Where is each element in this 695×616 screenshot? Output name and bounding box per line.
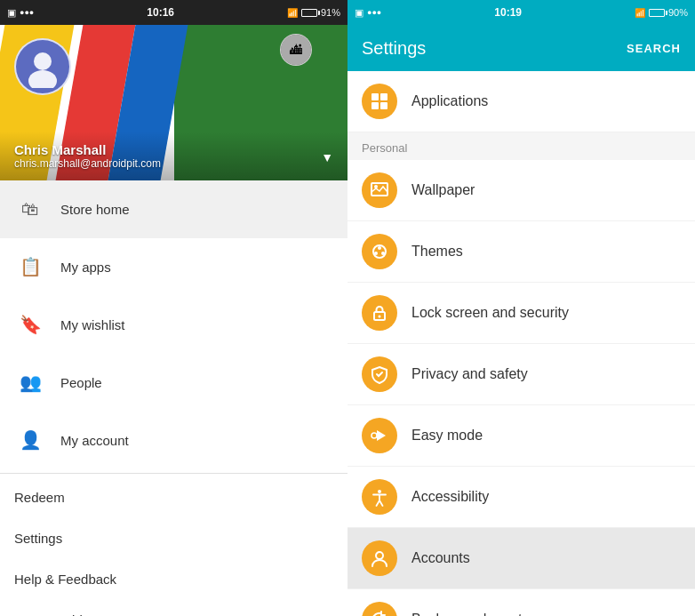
svg-rect-4 [371,102,379,109]
signal-indicator-right: ●●● [367,8,381,17]
text-item-settings[interactable]: Settings [0,518,348,559]
nav-icon-people: 👥 [14,366,46,398]
text-label-redeem: Redeem [14,490,65,505]
settings-title: Settings [362,38,426,59]
nav-icon-store-home: 🛍 [14,193,46,225]
small-avatar: 🏙 [280,34,312,66]
settings-icon-themes [362,234,397,269]
status-right-icons-right: 📶 90% [635,7,688,18]
status-right-icons-left: 📶 91% [287,7,340,18]
settings-item-privacy-safety[interactable]: Privacy and safety [348,344,695,405]
nav-label-my-apps: My apps [60,260,111,275]
settings-label-themes: Themes [411,244,463,260]
nav-label-my-wishlist: My wishlist [60,317,125,332]
status-left-icons: ▣ ●●● [7,7,34,19]
right-panel: ▣ ●●● 10:19 📶 90% Settings SEARCH Applic… [348,0,695,616]
nav-item-store-home[interactable]: 🛍 Store home [0,180,348,238]
text-item-redeem[interactable]: Redeem [0,477,348,518]
profile-email: chris.marshall@androidpit.com [14,157,161,170]
nav-menu: 🛍 Store home 📋 My apps 🔖 My wishlist 👥 P… [0,180,348,616]
svg-rect-5 [380,102,387,109]
svg-point-7 [374,185,378,188]
svg-point-16 [376,552,383,559]
settings-icon-lock-screen [362,295,397,331]
settings-items-container: Applications Personal Wallpaper Themes L… [348,71,695,616]
nav-label-my-account: My account [60,433,129,448]
text-items-container: RedeemSettingsHelp & FeedbackParent guid… [0,477,348,616]
profile-info: Chris Marshall chris.marshall@androidpit… [14,142,161,170]
nav-item-my-wishlist[interactable]: 🔖 My wishlist [0,296,348,354]
status-left-icons-right: ▣ ●●● [355,7,381,19]
app-icon-left: ▣ [7,7,16,19]
text-label-help-feedback: Help & Feedback [14,572,116,587]
settings-label-lock-screen: Lock screen and security [411,305,569,321]
settings-item-easy-mode[interactable]: Easy mode [348,405,695,467]
profile-header: 🏙 Chris Marshall chris.marshall@androidp… [0,25,348,180]
settings-item-applications[interactable]: Applications [348,71,695,132]
text-label-parent-guide: Parent guide [14,612,90,616]
settings-icon-backup-reset [362,602,397,616]
svg-point-13 [379,316,381,318]
time-left: 10:16 [147,6,174,19]
nav-divider [0,473,348,474]
settings-list: Applications Personal Wallpaper Themes L… [348,71,695,616]
text-item-parent-guide[interactable]: Parent guide [0,600,348,616]
nav-icon-my-account: 👤 [14,424,46,456]
search-button[interactable]: SEARCH [627,42,681,55]
settings-icon-accessibility [362,479,397,515]
text-item-help-feedback[interactable]: Help & Feedback [0,559,348,600]
settings-item-lock-screen[interactable]: Lock screen and security [348,283,695,344]
dropdown-arrow-icon[interactable]: ▼ [321,150,333,164]
settings-label-privacy-safety: Privacy and safety [411,366,528,382]
battery-percent-left: 91% [321,7,340,18]
svg-point-14 [371,433,377,438]
settings-label-easy-mode: Easy mode [411,428,483,444]
settings-label-accessibility: Accessibility [411,489,489,505]
svg-point-1 [28,70,57,88]
section-header-personal: Personal [348,132,695,160]
avatar [14,38,71,95]
wifi-icon-right: 📶 [635,8,645,18]
settings-item-accounts[interactable]: Accounts [348,528,695,589]
nav-icon-my-apps: 📋 [14,251,46,283]
nav-label-people: People [60,375,102,390]
nav-icon-my-wishlist: 🔖 [14,308,46,340]
settings-item-themes[interactable]: Themes [348,221,695,283]
svg-point-0 [34,52,52,70]
signal-indicator-left: ●●● [20,8,34,17]
settings-item-wallpaper[interactable]: Wallpaper [348,160,695,221]
nav-item-my-account[interactable]: 👤 My account [0,412,348,469]
settings-icon-privacy-safety [362,356,397,392]
settings-label-backup-reset: Backup and reset [411,612,523,616]
settings-icon-easy-mode [362,418,397,453]
svg-point-11 [381,252,385,255]
nav-item-people[interactable]: 👥 People [0,354,348,412]
profile-name: Chris Marshall [14,142,161,157]
svg-point-10 [374,252,378,255]
settings-item-backup-reset[interactable]: Backup and reset [348,589,695,616]
svg-point-15 [378,490,381,493]
settings-icon-applications [362,84,397,119]
status-bar-right: ▣ ●●● 10:19 📶 90% [348,0,695,25]
settings-label-applications: Applications [411,93,488,109]
settings-label-accounts: Accounts [411,550,470,566]
battery-right: 90% [649,7,688,18]
profile-content: Chris Marshall chris.marshall@androidpit… [0,132,348,180]
nav-item-my-apps[interactable]: 📋 My apps [0,238,348,296]
settings-label-wallpaper: Wallpaper [411,182,475,198]
svg-rect-3 [380,93,387,100]
time-right: 10:19 [494,6,522,19]
nav-label-store-home: Store home [60,202,130,217]
left-panel: ▣ ●●● 10:16 📶 91% 🏙 [0,0,348,616]
settings-header: Settings SEARCH [348,25,695,71]
battery-percent-right: 90% [668,7,688,18]
settings-icon-accounts [362,540,397,576]
battery-left: 91% [301,7,340,18]
app-icon-right: ▣ [355,7,363,19]
svg-rect-2 [371,93,379,100]
nav-items-container: 🛍 Store home 📋 My apps 🔖 My wishlist 👥 P… [0,180,348,469]
status-bar-left: ▣ ●●● 10:16 📶 91% [0,0,348,25]
svg-point-9 [378,246,381,250]
settings-item-accessibility[interactable]: Accessibility [348,467,695,528]
wifi-icon-left: 📶 [287,8,298,18]
